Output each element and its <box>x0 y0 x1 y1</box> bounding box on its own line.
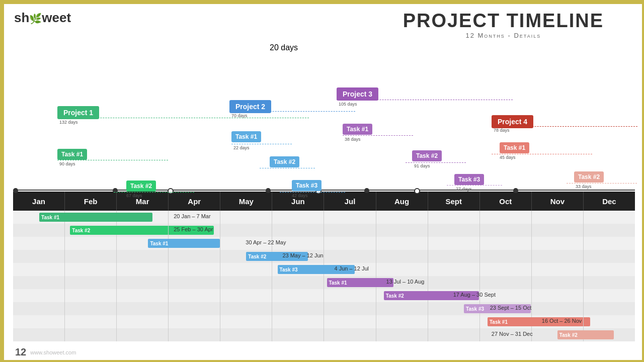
cell-4-7 <box>324 250 376 263</box>
cell-9-12 <box>584 315 635 328</box>
p1-task2-arrow <box>114 192 194 193</box>
cell-10-7 <box>324 328 376 341</box>
cell-7-2 <box>65 289 117 302</box>
cell-5-11 <box>532 263 584 276</box>
logo: sh🌿weet <box>14 10 71 26</box>
timeline-line <box>13 190 635 191</box>
cell-1-10 <box>480 211 532 224</box>
cell-5-9 <box>428 263 480 276</box>
logo-text2: weet <box>42 10 71 25</box>
schedule-row-3: Task #1 30 Apr – 22 May <box>13 237 635 250</box>
cell-8-5 <box>220 302 272 315</box>
schedule-row-8: Task #3 23 Sept – 15 Oct <box>13 302 635 315</box>
cell-8-3 <box>117 302 169 315</box>
schedule-bar-task2-p4: Task #2 <box>557 330 614 339</box>
project-2-label: Project 2 <box>235 103 265 111</box>
schedule-cells-7: Task #2 17 Aug – 30 Sept <box>13 289 635 302</box>
schedule-date-2: 25 Feb – 30 Apr <box>174 226 213 232</box>
p1-task1-box: Task #1 <box>57 149 87 160</box>
cell-8-11 <box>532 302 584 315</box>
cell-10-6 <box>272 328 324 341</box>
cell-10-4 <box>169 328 220 341</box>
schedule-cells-8: Task #3 23 Sept – 15 Oct <box>13 302 635 315</box>
cell-5-1 <box>13 263 65 276</box>
cell-10-11: 27 Nov – 31 Dec Task #2 <box>532 328 584 341</box>
cell-2-12 <box>584 224 635 237</box>
schedule-bar-task1-p2: Task #1 <box>148 239 220 248</box>
cell-1-9 <box>428 211 480 224</box>
p1-task1-days: 90 days <box>59 161 75 166</box>
cell-8-1 <box>13 302 65 315</box>
p2-task2-arrow <box>260 168 315 168</box>
cell-7-6 <box>272 289 324 302</box>
cell-5-6: Task #3 <box>272 263 324 276</box>
p2-task3-box: Task #3 <box>292 180 321 191</box>
schedule-table: Task #1 20 Jan – 7 Mar T <box>13 211 635 341</box>
month-aug: Aug <box>376 192 428 211</box>
project-2-arrow <box>229 111 355 112</box>
cell-6-8: 13 Jul – 10 Aug <box>376 276 428 289</box>
p3-task2-arrow <box>406 162 466 163</box>
cell-1-5 <box>220 211 272 224</box>
schedule-row-2: Task #2 25 Feb – 30 Apr <box>13 224 635 237</box>
cell-1-8 <box>376 211 428 224</box>
project-1-arrow <box>57 118 309 118</box>
cell-5-10 <box>480 263 532 276</box>
cell-4-8 <box>376 250 428 263</box>
p2-task3-arrow <box>280 192 345 193</box>
cell-1-4: 20 Jan – 7 Mar <box>169 211 220 224</box>
cell-6-2 <box>65 276 117 289</box>
timeline-circle-3 <box>414 188 420 194</box>
timeline-dot-1 <box>13 188 18 193</box>
cell-8-12 <box>584 302 635 315</box>
cell-7-5 <box>220 289 272 302</box>
schedule-cells-9: Task #1 16 Oct – 26 Nov <box>13 315 635 328</box>
cell-9-8 <box>376 315 428 328</box>
month-oct: Oct <box>480 192 532 211</box>
cell-9-6 <box>272 315 324 328</box>
p4-task1-arrow <box>492 154 592 154</box>
schedule-row-1: Task #1 20 Jan – 7 Mar <box>13 211 635 224</box>
cell-3-7 <box>324 237 376 250</box>
schedule-row-10: 27 Nov – 31 Dec Task #2 <box>13 328 635 341</box>
schedule-cells-6: Task #1 13 Jul – 10 Aug <box>13 276 635 289</box>
project-4-label: Project 4 <box>498 118 527 126</box>
cell-3-10 <box>480 237 532 250</box>
cell-9-9 <box>428 315 480 328</box>
project-3-box: Project 3 <box>337 87 378 101</box>
logo-text: sh <box>14 10 29 25</box>
cell-6-5 <box>220 276 272 289</box>
cell-9-7 <box>324 315 376 328</box>
cell-10-5 <box>220 328 272 341</box>
cell-4-10 <box>480 250 532 263</box>
cell-3-1 <box>13 237 65 250</box>
logo-leaf-icon: 🌿 <box>29 13 42 24</box>
schedule-row-5: Task #3 4 Jun – 12 Jul <box>13 263 635 276</box>
cell-6-11 <box>532 276 584 289</box>
p2-task2-box: Task #2 <box>270 156 299 167</box>
cell-10-8 <box>376 328 428 341</box>
cell-5-8 <box>376 263 428 276</box>
project-1-label: Project 1 <box>63 109 93 117</box>
cell-2-5 <box>220 224 272 237</box>
schedule-row-7: Task #2 17 Aug – 30 Sept <box>13 289 635 302</box>
p3-task3-arrow <box>447 185 502 186</box>
cell-8-6 <box>272 302 324 315</box>
header: sh🌿weet Project Timeline 12 Months - Det… <box>4 4 644 43</box>
cell-9-10: Task #1 <box>480 315 532 328</box>
cell-3-4: Task #1 <box>169 237 220 250</box>
cell-1-11 <box>532 211 584 224</box>
cell-2-8 <box>376 224 428 237</box>
cell-9-2 <box>65 315 117 328</box>
cell-4-11 <box>532 250 584 263</box>
schedule-date-10-pre: 27 Nov – 31 Dec <box>492 331 533 337</box>
project-3-days: 105 days <box>339 102 357 107</box>
month-jul: Jul <box>324 192 376 211</box>
p3-task2-box: Task #2 <box>412 150 442 161</box>
cell-7-8: Task #2 <box>376 289 428 302</box>
cell-2-3 <box>117 224 169 237</box>
month-may: May <box>220 192 272 211</box>
schedule-row-6: Task #1 13 Jul – 10 Aug <box>13 276 635 289</box>
cell-7-4 <box>169 289 220 302</box>
p3-task1-arrow <box>343 135 413 136</box>
